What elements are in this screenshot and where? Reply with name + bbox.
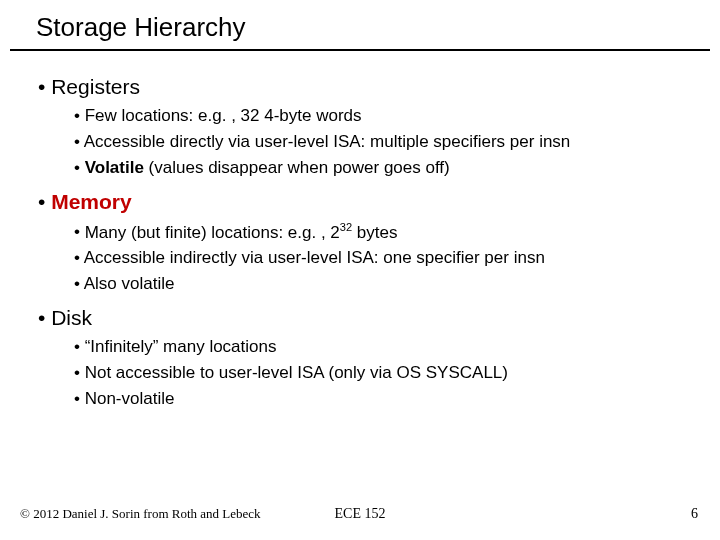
list-item: “Infinitely” many locations (74, 336, 700, 359)
list-item: Many (but finite) locations: e.g. , 232 … (74, 220, 700, 245)
bullet-list: RegistersFew locations: e.g. , 32 4-byte… (20, 75, 700, 411)
sub-bullet-list: “Infinitely” many locationsNot accessibl… (38, 336, 700, 411)
list-item: Also volatile (74, 273, 700, 296)
text-part: Volatile (85, 158, 144, 177)
text-part: 32 (340, 221, 352, 233)
section-heading-text: Registers (51, 75, 140, 98)
section-heading: Memory (38, 190, 700, 214)
section-heading: Disk (38, 306, 700, 330)
list-item: Not accessible to user-level ISA (only v… (74, 362, 700, 385)
list-item: Accessible indirectly via user-level ISA… (74, 247, 700, 270)
text-part: Not accessible to user-level ISA (only v… (85, 363, 508, 382)
text-part: Accessible indirectly via user-level ISA… (84, 248, 545, 267)
slide-title: Storage Hierarchy (36, 12, 720, 43)
list-item: Volatile (values disappear when power go… (74, 157, 700, 180)
list-item: Accessible directly via user-level ISA: … (74, 131, 700, 154)
slide-content: RegistersFew locations: e.g. , 32 4-byte… (0, 51, 720, 411)
list-item: Few locations: e.g. , 32 4-byte words (74, 105, 700, 128)
text-part: Few locations: e.g. , 32 4-byte words (85, 106, 362, 125)
text-part: Non-volatile (85, 389, 175, 408)
list-item: Non-volatile (74, 388, 700, 411)
section-heading-text: Memory (51, 190, 132, 213)
footer-page-number: 6 (691, 506, 698, 522)
slide: Storage Hierarchy RegistersFew locations… (0, 0, 720, 540)
section-heading: Registers (38, 75, 700, 99)
text-part: bytes (352, 222, 397, 241)
text-part: Many (but finite) locations: e.g. , 2 (85, 222, 340, 241)
text-part: “Infinitely” many locations (85, 337, 277, 356)
text-part: Also volatile (84, 274, 175, 293)
section-heading-text: Disk (51, 306, 92, 329)
title-area: Storage Hierarchy (0, 0, 720, 43)
text-part: Accessible directly via user-level ISA: … (84, 132, 571, 151)
footer-course: ECE 152 (0, 506, 720, 522)
sub-bullet-list: Many (but finite) locations: e.g. , 232 … (38, 220, 700, 296)
footer: © 2012 Daniel J. Sorin from Roth and Leb… (0, 506, 720, 526)
sub-bullet-list: Few locations: e.g. , 32 4-byte wordsAcc… (38, 105, 700, 180)
text-part: (values disappear when power goes off) (144, 158, 450, 177)
